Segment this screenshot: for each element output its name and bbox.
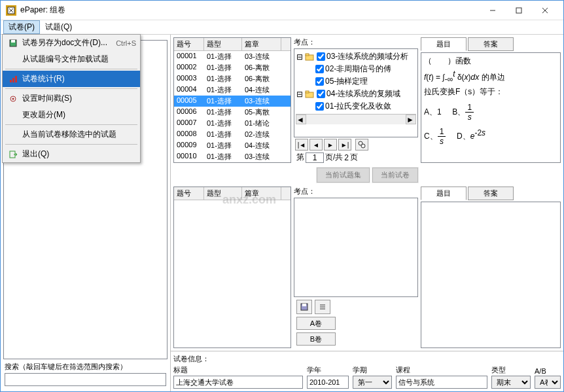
svg-rect-4 (11, 40, 15, 43)
load-from-file[interactable]: 从试题编号文件加载试题 (3, 51, 140, 67)
table-row[interactable]: 0000301-选择06-离散 (174, 73, 291, 84)
tree-node[interactable]: 01-拉氏变化及收敛 (296, 100, 416, 113)
year-input[interactable] (307, 376, 349, 389)
title-input[interactable] (173, 376, 303, 389)
lower-tab-question[interactable]: 题目 (421, 187, 467, 200)
close-button[interactable] (532, 1, 558, 20)
save-icon-button[interactable] (296, 300, 312, 314)
lower-topic-tree[interactable] (294, 198, 418, 297)
separator (5, 88, 137, 89)
tab-answer[interactable]: 答案 (468, 37, 514, 51)
search-input[interactable] (5, 373, 166, 386)
type-select[interactable]: 期末 (491, 376, 531, 389)
table-row[interactable]: 0000101-选择03-连续 (174, 51, 291, 62)
table-row[interactable]: 0000901-选择04-连续 (174, 140, 291, 151)
course-input[interactable] (396, 376, 487, 389)
menu-question[interactable]: 试题(Q) (40, 20, 77, 34)
separator (5, 69, 137, 69)
save-as-doc[interactable]: 试卷另存为doc文件(D)... Ctrl+S (3, 35, 140, 51)
ab-select[interactable]: A卷 (535, 376, 561, 389)
app-icon (6, 5, 16, 16)
paper-a-button[interactable]: A卷 (296, 317, 336, 330)
lower-question-body (421, 202, 561, 348)
nav-search[interactable] (355, 139, 368, 151)
current-paper-button[interactable]: 当前试卷 (372, 168, 418, 183)
current-set-button[interactable]: 当前试题集 (317, 168, 370, 183)
page-input[interactable] (306, 152, 324, 163)
tree-hscroll[interactable]: ◄ ► (296, 114, 416, 124)
svg-rect-6 (12, 78, 14, 82)
svg-rect-12 (306, 54, 309, 56)
lower-table[interactable]: 题号 题型 篇章 (173, 187, 291, 348)
tree-node[interactable]: 05-抽样定理 (296, 75, 416, 88)
tab-question[interactable]: 题目 (421, 37, 467, 51)
stats-icon (7, 74, 20, 84)
table-row[interactable]: 0000201-选择06-离散 (174, 62, 291, 73)
exit-icon (7, 149, 20, 160)
exit[interactable]: 退出(Q) (3, 146, 140, 162)
tree-node[interactable]: ⊟04-连续系统的复频域 (296, 88, 416, 100)
menu-paper[interactable]: 试卷(P) (3, 20, 40, 34)
tree-label: 考点： (294, 37, 418, 47)
svg-point-16 (361, 144, 365, 148)
paper-info-label: 试卷信息： (173, 354, 561, 364)
maximize-button[interactable] (506, 1, 532, 20)
paper-dropdown: 试卷另存为doc文件(D)... Ctrl+S 从试题编号文件加载试题 试卷统计… (2, 34, 141, 163)
scroll-left[interactable]: ◄ (296, 115, 306, 124)
tree-node[interactable]: 02-非周期信号的傅 (296, 63, 416, 75)
col-chapter[interactable]: 篇章 (242, 38, 281, 50)
save-icon (7, 38, 20, 48)
svg-rect-5 (10, 80, 12, 82)
term-select[interactable]: 第一 (353, 376, 392, 389)
question-table[interactable]: 题号 题型 篇章 0000101-选择03-连续0000201-选择06-离散0… (173, 37, 291, 163)
separator (5, 144, 137, 145)
gear-icon (7, 94, 20, 104)
svg-rect-2 (516, 8, 521, 13)
table-row[interactable]: 0000401-选择04-连续 (174, 84, 291, 96)
set-timestamp[interactable]: 设置时间戳(S) (3, 90, 140, 107)
table-row[interactable]: 0001001-选择03-连续 (174, 151, 291, 162)
change-score[interactable]: 更改题分(M) (3, 107, 140, 123)
lower-tab-answer[interactable]: 答案 (468, 187, 514, 200)
scroll-right[interactable]: ► (406, 115, 416, 124)
topic-tree[interactable]: ⊟03-连续系统的频域分析02-非周期信号的傅05-抽样定理⊟04-连续系统的复… (294, 48, 418, 137)
list-icon-button[interactable] (315, 300, 330, 314)
search-label: 搜索（敲回车键后在筛选范围内搜索） (5, 362, 166, 372)
col-type[interactable]: 题型 (204, 38, 242, 50)
svg-rect-7 (15, 76, 17, 82)
table-row[interactable]: 0000701-选择01-绪论 (174, 118, 291, 129)
question-body: （ ）函数 f(t) = ∫-∞t δ(x)dx 的单边 拉氏变换F（s）等于：… (421, 52, 561, 163)
svg-rect-18 (302, 304, 306, 306)
separator (5, 124, 137, 125)
nav-first[interactable]: |◄ (295, 139, 308, 151)
paper-b-button[interactable]: B卷 (296, 332, 336, 346)
tree-node[interactable]: ⊟03-连续系统的频域分析 (296, 50, 416, 63)
col-id[interactable]: 题号 (174, 38, 204, 50)
remove-selected[interactable]: 从当前试卷移除选中的试题 (3, 126, 140, 143)
table-row[interactable]: 0000601-选择05-离散 (174, 107, 291, 118)
nav-next[interactable]: ► (324, 139, 337, 151)
nav-prev[interactable]: ◄ (309, 139, 323, 151)
paper-statistics[interactable]: 试卷统计(R) (3, 71, 140, 87)
table-row[interactable]: 0000801-选择02-连续 (174, 129, 291, 140)
minimize-button[interactable] (480, 1, 506, 20)
window-title: ePaper: 组卷 (20, 5, 480, 16)
svg-rect-14 (306, 91, 309, 93)
svg-point-9 (12, 98, 14, 99)
table-row[interactable]: 0000501-选择03-连续 (174, 96, 291, 107)
nav-last[interactable]: ►| (338, 139, 351, 151)
